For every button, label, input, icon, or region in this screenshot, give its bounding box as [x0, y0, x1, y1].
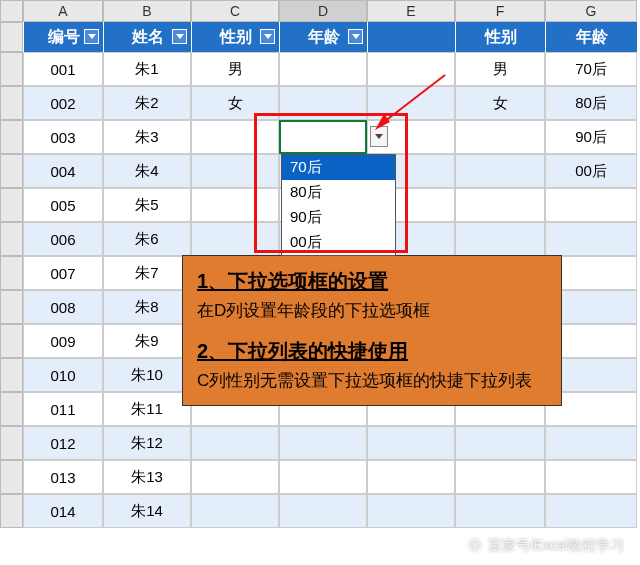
cell-id[interactable]: 008: [23, 290, 103, 324]
row-header[interactable]: [0, 460, 23, 494]
cell-f[interactable]: [455, 426, 545, 460]
col-E[interactable]: E: [367, 0, 455, 22]
col-B[interactable]: B: [103, 0, 191, 22]
cell-id[interactable]: 013: [23, 460, 103, 494]
cell-name[interactable]: 朱10: [103, 358, 191, 392]
cell-sex[interactable]: [191, 426, 279, 460]
cell-f[interactable]: 女: [455, 86, 545, 120]
dropdown-option[interactable]: 70后: [282, 155, 395, 180]
cell-g[interactable]: 90后: [545, 120, 637, 154]
cell-sex[interactable]: [191, 222, 279, 256]
cell-g[interactable]: [545, 426, 637, 460]
cell-sex[interactable]: 女: [191, 86, 279, 120]
cell-g[interactable]: 70后: [545, 52, 637, 86]
row-header[interactable]: [0, 426, 23, 460]
filter-icon[interactable]: [84, 29, 99, 44]
cell-name[interactable]: 朱14: [103, 494, 191, 528]
col-C[interactable]: C: [191, 0, 279, 22]
cell-g[interactable]: [545, 460, 637, 494]
cell-id[interactable]: 006: [23, 222, 103, 256]
cell-age[interactable]: [279, 52, 367, 86]
cell-f[interactable]: [455, 494, 545, 528]
cell-g[interactable]: [545, 494, 637, 528]
row-header[interactable]: [0, 86, 23, 120]
cell-id[interactable]: 004: [23, 154, 103, 188]
th-name: 姓名: [103, 22, 191, 52]
row-header[interactable]: [0, 188, 23, 222]
row-header[interactable]: [0, 222, 23, 256]
cell-e[interactable]: [367, 460, 455, 494]
row-header[interactable]: [0, 324, 23, 358]
select-all-corner[interactable]: [0, 0, 23, 22]
cell-id[interactable]: 001: [23, 52, 103, 86]
cell-name[interactable]: 朱2: [103, 86, 191, 120]
cell-sex[interactable]: [191, 188, 279, 222]
cell-f[interactable]: [455, 188, 545, 222]
cell-g[interactable]: [545, 222, 637, 256]
cell-e[interactable]: [367, 426, 455, 460]
cell-sex[interactable]: [191, 494, 279, 528]
cell-id[interactable]: 003: [23, 120, 103, 154]
cell-name[interactable]: 朱11: [103, 392, 191, 426]
cell-id[interactable]: 011: [23, 392, 103, 426]
cell-name[interactable]: 朱4: [103, 154, 191, 188]
cell-id[interactable]: 009: [23, 324, 103, 358]
watermark: 百家号/Excel教程学习: [468, 537, 624, 555]
cell-sex[interactable]: [191, 154, 279, 188]
cell-id[interactable]: 005: [23, 188, 103, 222]
th-name-label: 姓名: [132, 27, 164, 48]
cell-sex[interactable]: 男: [191, 52, 279, 86]
col-F[interactable]: F: [455, 0, 545, 22]
dropdown-option[interactable]: 00后: [282, 230, 395, 255]
cell-name[interactable]: 朱6: [103, 222, 191, 256]
row-header[interactable]: [0, 154, 23, 188]
cell-id[interactable]: 002: [23, 86, 103, 120]
table-row: 002朱2女女80后: [0, 86, 640, 120]
cell-g[interactable]: [545, 188, 637, 222]
row-header[interactable]: [0, 256, 23, 290]
cell-name[interactable]: 朱3: [103, 120, 191, 154]
col-A[interactable]: A: [23, 0, 103, 22]
row-header[interactable]: [0, 290, 23, 324]
cell-f[interactable]: [455, 154, 545, 188]
row-header[interactable]: [0, 494, 23, 528]
cell-age[interactable]: [279, 494, 367, 528]
cell-g[interactable]: 80后: [545, 86, 637, 120]
cell-f[interactable]: [455, 222, 545, 256]
row-header[interactable]: [0, 52, 23, 86]
cell-f[interactable]: 男: [455, 52, 545, 86]
dropdown-list[interactable]: 70后 80后 90后 00后: [281, 154, 396, 256]
cell-id[interactable]: 014: [23, 494, 103, 528]
cell-age[interactable]: [279, 120, 367, 154]
cell-f[interactable]: [455, 120, 545, 154]
cell-age[interactable]: [279, 426, 367, 460]
cell-name[interactable]: 朱12: [103, 426, 191, 460]
cell-e[interactable]: [367, 494, 455, 528]
cell-name[interactable]: 朱8: [103, 290, 191, 324]
cell-name[interactable]: 朱1: [103, 52, 191, 86]
cell-sex[interactable]: [191, 460, 279, 494]
cell-g[interactable]: 00后: [545, 154, 637, 188]
cell-sex[interactable]: [191, 120, 279, 154]
dropdown-option[interactable]: 90后: [282, 205, 395, 230]
filter-icon[interactable]: [172, 29, 187, 44]
cell-name[interactable]: 朱9: [103, 324, 191, 358]
col-G[interactable]: G: [545, 0, 637, 22]
cell-id[interactable]: 012: [23, 426, 103, 460]
row-header[interactable]: [0, 358, 23, 392]
cell-f[interactable]: [455, 460, 545, 494]
cell-name[interactable]: 朱7: [103, 256, 191, 290]
col-D[interactable]: D: [279, 0, 367, 22]
cell-age[interactable]: [279, 86, 367, 120]
cell-name[interactable]: 朱5: [103, 188, 191, 222]
filter-icon[interactable]: [260, 29, 275, 44]
cell-age[interactable]: [279, 460, 367, 494]
row-header[interactable]: [0, 392, 23, 426]
row-header[interactable]: [0, 120, 23, 154]
dropdown-option[interactable]: 80后: [282, 180, 395, 205]
filter-icon[interactable]: [348, 29, 363, 44]
th-age2-label: 年龄: [576, 27, 608, 48]
cell-id[interactable]: 010: [23, 358, 103, 392]
cell-name[interactable]: 朱13: [103, 460, 191, 494]
cell-id[interactable]: 007: [23, 256, 103, 290]
